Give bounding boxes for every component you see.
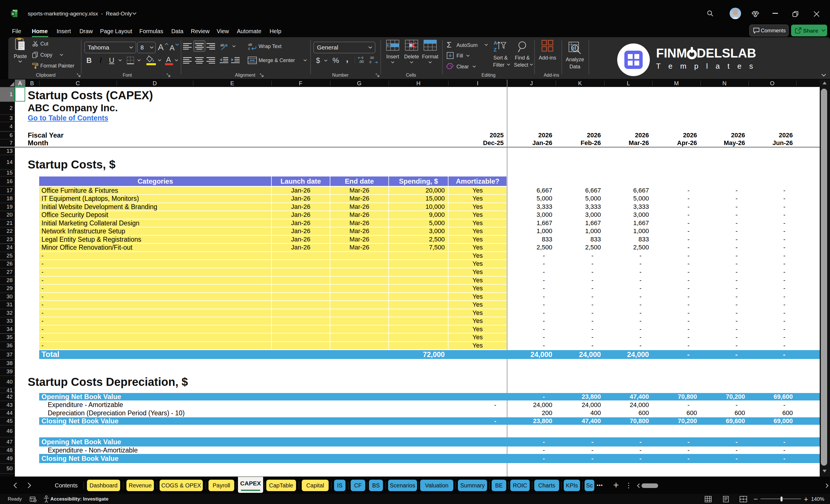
svg-text:ab: ab: [248, 43, 252, 46]
svg-text:A: A: [493, 40, 497, 46]
svg-text:.00: .00: [370, 56, 374, 60]
svg-text:ab: ab: [220, 43, 224, 47]
svg-text:x: x: [12, 11, 14, 16]
svg-text:0: 0: [370, 60, 371, 64]
svg-text:0: 0: [361, 56, 363, 60]
svg-text:.00: .00: [359, 60, 364, 64]
svg-text:c: c: [248, 46, 250, 51]
svg-text:Z: Z: [493, 47, 497, 53]
